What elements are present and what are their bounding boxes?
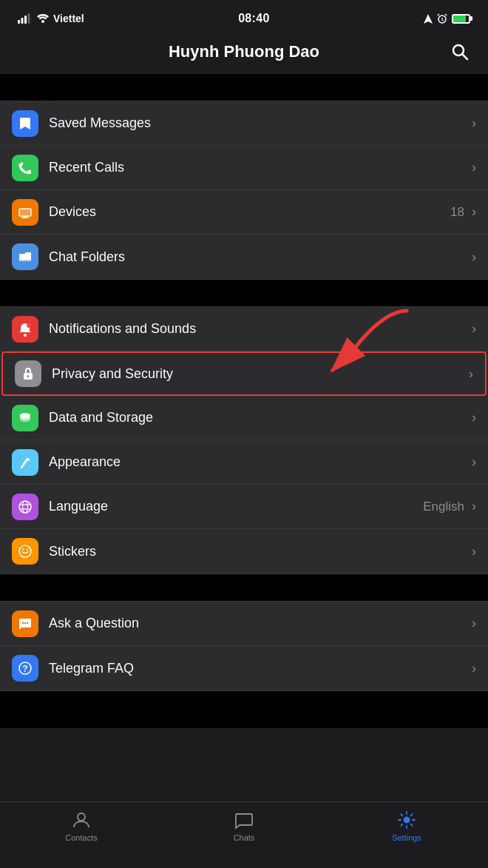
saved-messages-label: Saved Messages: [49, 115, 469, 131]
section-2: Notifications and Sounds › Privacy and S…: [0, 306, 488, 574]
menu-item-saved-messages[interactable]: Saved Messages ›: [0, 101, 488, 146]
privacy-chevron: ›: [469, 366, 473, 382]
telegram-faq-icon: ?: [12, 655, 38, 682]
notifications-label: Notifications and Sounds: [49, 321, 469, 337]
menu-item-data-storage[interactable]: Data and Storage ›: [0, 396, 488, 440]
menu-item-stickers[interactable]: Stickers ›: [0, 529, 488, 573]
devices-value: 18: [450, 205, 464, 220]
telegram-faq-chevron: ›: [472, 661, 476, 676]
bottom-gap: [0, 691, 488, 728]
recent-calls-chevron: ›: [472, 160, 476, 175]
status-icons: [424, 13, 470, 24]
devices-chevron: ›: [472, 204, 476, 220]
svg-text:?: ?: [22, 664, 27, 674]
section-1: Saved Messages › Recent Calls › Devices …: [0, 101, 488, 280]
chat-folders-chevron: ›: [472, 249, 476, 265]
svg-line-7: [463, 55, 468, 60]
settings-tab-label: Settings: [392, 833, 421, 842]
svg-point-18: [19, 501, 31, 513]
carrier-name: Viettel: [53, 13, 84, 24]
chat-folders-label: Chat Folders: [49, 249, 469, 265]
settings-tab-icon: [396, 810, 417, 830]
svg-point-22: [19, 545, 31, 557]
section-gap-2: [0, 280, 488, 306]
svg-point-31: [78, 813, 85, 821]
svg-point-15: [27, 375, 30, 377]
menu-item-devices[interactable]: Devices 18 ›: [0, 190, 488, 235]
menu-item-notifications[interactable]: Notifications and Sounds ›: [0, 307, 488, 351]
svg-rect-1: [21, 18, 24, 24]
privacy-icon: [15, 360, 41, 387]
page-title: Huynh Phuong Dao: [41, 42, 447, 61]
recent-calls-icon: [12, 155, 38, 181]
appearance-label: Appearance: [49, 454, 469, 470]
ask-question-label: Ask a Question: [49, 616, 469, 631]
contacts-tab-label: Contacts: [65, 833, 97, 842]
battery-icon: [452, 14, 470, 24]
data-storage-label: Data and Storage: [49, 410, 469, 425]
menu-item-recent-calls[interactable]: Recent Calls ›: [0, 146, 488, 190]
svg-rect-9: [20, 209, 30, 215]
svg-point-27: [24, 622, 26, 623]
svg-rect-3: [28, 13, 30, 24]
svg-rect-0: [18, 20, 20, 24]
svg-point-24: [27, 548, 28, 550]
svg-rect-10: [23, 216, 27, 218]
menu-item-ask-question[interactable]: Ask a Question ›: [0, 602, 488, 646]
data-storage-icon: [12, 405, 38, 431]
ask-question-chevron: ›: [472, 616, 476, 631]
tab-chats[interactable]: Chats: [163, 810, 325, 842]
devices-icon: [12, 199, 38, 226]
notifications-icon: [12, 316, 38, 343]
stickers-label: Stickers: [49, 544, 469, 559]
status-carrier: Viettel: [18, 13, 84, 24]
appearance-icon: [12, 449, 38, 476]
stickers-chevron: ›: [472, 544, 476, 559]
menu-item-language[interactable]: Language English ›: [0, 485, 488, 529]
svg-point-23: [22, 548, 24, 550]
svg-rect-11: [21, 218, 29, 218]
chats-tab-icon: [234, 810, 254, 830]
section-gap-3: [0, 574, 488, 601]
tab-settings[interactable]: Settings: [325, 810, 488, 842]
svg-point-4: [41, 20, 44, 23]
privacy-label: Privacy and Security: [52, 366, 466, 382]
svg-point-28: [27, 622, 28, 623]
menu-item-telegram-faq[interactable]: ? Telegram FAQ ›: [0, 646, 488, 690]
header: Huynh Phuong Dao: [0, 33, 488, 74]
language-label: Language: [49, 499, 423, 514]
svg-point-26: [22, 622, 24, 623]
chat-folders-icon: [12, 243, 38, 270]
contacts-tab-icon: [71, 810, 92, 830]
tab-bar: Contacts Chats Settings: [0, 801, 488, 868]
recent-calls-label: Recent Calls: [49, 160, 469, 175]
svg-rect-2: [24, 16, 27, 24]
stickers-icon: [12, 538, 38, 565]
search-button[interactable]: [447, 38, 473, 65]
notifications-chevron: ›: [472, 321, 476, 337]
svg-point-13: [27, 323, 31, 328]
section-3: Ask a Question › ? Telegram FAQ ›: [0, 601, 488, 691]
language-value: English: [423, 499, 464, 514]
devices-label: Devices: [49, 204, 450, 220]
appearance-chevron: ›: [472, 454, 476, 470]
menu-item-appearance[interactable]: Appearance ›: [0, 440, 488, 485]
tab-contacts[interactable]: Contacts: [0, 810, 163, 842]
menu-item-chat-folders[interactable]: Chat Folders ›: [0, 235, 488, 279]
menu-item-privacy[interactable]: Privacy and Security ›: [1, 351, 487, 396]
saved-messages-icon: [12, 110, 38, 137]
data-storage-chevron: ›: [472, 410, 476, 425]
language-icon: [12, 494, 38, 520]
svg-point-19: [23, 501, 28, 513]
telegram-faq-label: Telegram FAQ: [49, 661, 469, 676]
saved-messages-chevron: ›: [472, 115, 476, 131]
chats-tab-label: Chats: [234, 833, 255, 842]
status-time: 08:40: [238, 12, 269, 25]
section-gap-top: [0, 74, 488, 101]
svg-point-32: [404, 818, 410, 823]
status-bar: Viettel 08:40: [0, 0, 488, 33]
ask-question-icon: [12, 610, 38, 637]
svg-point-12: [24, 334, 27, 337]
language-chevron: ›: [472, 499, 476, 514]
svg-point-17: [27, 458, 30, 461]
